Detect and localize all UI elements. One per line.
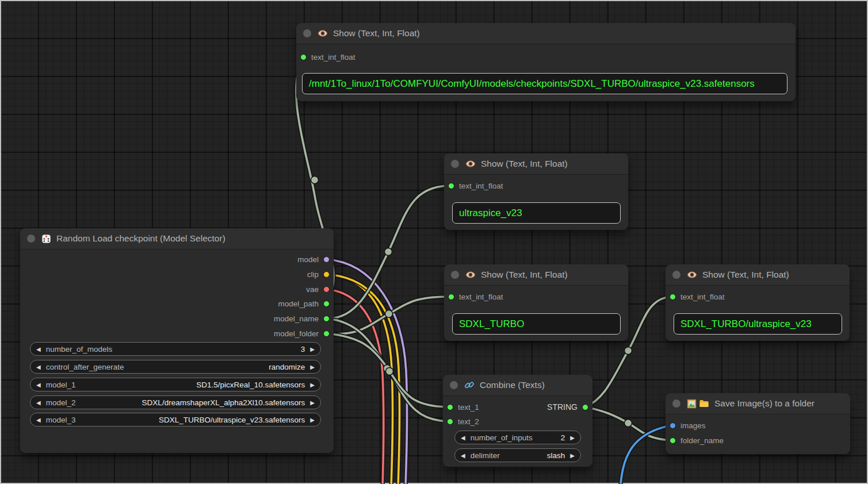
left-arrow-icon[interactable]: ◀ <box>36 400 41 406</box>
collapse-dot[interactable] <box>303 29 311 37</box>
widget-value: randomize <box>269 363 305 371</box>
right-arrow-icon[interactable]: ▶ <box>310 364 315 370</box>
right-arrow-icon[interactable]: ▶ <box>310 400 315 406</box>
output-dot[interactable] <box>323 331 330 337</box>
input-label: folder_name <box>680 436 724 445</box>
input-dot[interactable] <box>670 422 676 429</box>
link-images <box>620 425 671 484</box>
node-title: Show (Text, Int, Float) <box>333 28 420 39</box>
node-random-loader-titlebar[interactable]: Random Load checkpoint (Model Selector) <box>20 228 334 249</box>
link-midpoint-dot[interactable] <box>625 347 632 355</box>
link-midpoint-dot[interactable] <box>385 248 392 256</box>
output-port-vae: vae <box>306 283 330 295</box>
input-dot[interactable] <box>448 294 454 300</box>
node-combine-titlebar[interactable]: Combine (Texts) <box>443 375 592 396</box>
left-arrow-icon[interactable]: ◀ <box>36 382 41 388</box>
widget-value: SD1.5/picxReal_10.safetensors <box>196 381 305 389</box>
widget-number-of-inputs[interactable]: ◀ number_of_inputs 2 ▶ <box>454 431 581 444</box>
node-show-path[interactable]: Show (Text, Int, Float) text_int_float /… <box>296 23 796 101</box>
node-title: Save Image(s) to a folder <box>714 398 815 409</box>
node-random-loader[interactable]: Random Load checkpoint (Model Selector) … <box>20 228 334 453</box>
collapse-dot[interactable] <box>451 160 459 168</box>
widget-value: 2 <box>561 433 565 442</box>
dice-icon <box>41 234 51 244</box>
widget-delimiter[interactable]: ◀ delimiter slash ▶ <box>454 448 581 462</box>
chain-link-icon <box>464 380 475 390</box>
widget-control-after-generate[interactable]: ◀ control_after_generate randomize ▶ <box>30 360 321 374</box>
node-graph-canvas[interactable]: Show (Text, Int, Float) text_int_float /… <box>0 0 868 484</box>
link-midpoint-dot[interactable] <box>311 176 319 184</box>
widget-label: number_of_models <box>46 345 113 354</box>
input-dot[interactable] <box>300 54 307 60</box>
show-value-box[interactable]: ultraspice_v23 <box>452 202 621 224</box>
link-midpoint-dot[interactable] <box>625 420 632 427</box>
input-dot[interactable] <box>447 404 453 410</box>
output-port-model: model <box>297 253 330 265</box>
node-show-name[interactable]: Show (Text, Int, Float) text_int_float u… <box>444 153 628 230</box>
collapse-dot[interactable] <box>27 235 35 243</box>
right-arrow-icon[interactable]: ▶ <box>310 346 315 352</box>
left-arrow-icon[interactable]: ◀ <box>461 435 465 441</box>
widget-label: model_3 <box>46 416 76 424</box>
output-label: model <box>297 255 319 264</box>
output-dot[interactable] <box>323 271 330 278</box>
widget-label: control_after_generate <box>46 363 124 371</box>
output-label: model_folder <box>274 329 319 338</box>
output-dot[interactable] <box>323 316 330 322</box>
node-show-name-titlebar[interactable]: Show (Text, Int, Float) <box>444 153 628 175</box>
input-dot[interactable] <box>448 183 454 189</box>
node-show-folder-titlebar[interactable]: Show (Text, Int, Float) <box>444 264 628 286</box>
left-arrow-icon[interactable]: ◀ <box>36 346 41 352</box>
node-show-combined[interactable]: Show (Text, Int, Float) text_int_float S… <box>666 264 850 341</box>
output-label: model_name <box>274 314 319 323</box>
input-dot[interactable] <box>670 294 676 300</box>
output-label: vae <box>306 285 319 294</box>
node-show-path-titlebar[interactable]: Show (Text, Int, Float) <box>296 23 796 44</box>
input-port-text-int-float: text_int_float <box>448 180 503 191</box>
collapse-dot[interactable] <box>450 381 458 389</box>
right-arrow-icon[interactable]: ▶ <box>310 417 315 423</box>
input-dot[interactable] <box>447 418 453 425</box>
output-dot[interactable] <box>323 256 330 263</box>
right-arrow-icon[interactable]: ▶ <box>570 452 575 459</box>
node-save-image[interactable]: Save Image(s) to a folder images folder_… <box>666 393 850 454</box>
folder-icon <box>699 398 709 409</box>
left-arrow-icon[interactable]: ◀ <box>461 452 465 459</box>
show-value-box[interactable]: SDXL_TURBO <box>452 313 621 335</box>
input-port-text-int-float: text_int_float <box>448 291 503 302</box>
right-arrow-icon[interactable]: ▶ <box>570 435 575 441</box>
collapse-dot[interactable] <box>672 271 680 279</box>
show-value-box[interactable]: SDXL_TURBO/ultraspice_v23 <box>674 313 842 335</box>
collapse-dot[interactable] <box>451 271 459 279</box>
output-dot[interactable] <box>323 286 330 293</box>
framed-picture-icon <box>687 399 697 409</box>
eye-icon <box>465 270 476 280</box>
output-dot[interactable] <box>582 404 588 410</box>
input-label: text_2 <box>458 417 479 426</box>
output-port-model-path: model_path <box>278 298 330 309</box>
node-show-combined-titlebar[interactable]: Show (Text, Int, Float) <box>666 264 850 286</box>
input-port-text-int-float: text_int_float <box>670 291 725 302</box>
widget-value: 3 <box>301 345 305 354</box>
widget-model-1[interactable]: ◀ model_1 SD1.5/picxReal_10.safetensors … <box>30 378 321 391</box>
node-title: Show (Text, Int, Float) <box>481 270 568 280</box>
output-dot[interactable] <box>323 301 330 307</box>
input-port-folder-name: folder_name <box>670 435 724 446</box>
input-port-text-2: text_2 <box>447 416 479 427</box>
widget-model-2[interactable]: ◀ model_2 SDXL/dreamshaperXL_alpha2Xl10.… <box>30 395 321 409</box>
right-arrow-icon[interactable]: ▶ <box>310 382 315 388</box>
collapse-dot[interactable] <box>672 400 680 408</box>
input-label: text_int_float <box>680 293 725 301</box>
widget-number-of-models[interactable]: ◀ number_of_models 3 ▶ <box>30 342 321 356</box>
show-value-box[interactable]: /mnt/1To_linux/1To/COMFYUI/ComfyUI/model… <box>302 73 787 94</box>
link-midpoint-dot[interactable] <box>385 310 393 318</box>
node-show-folder[interactable]: Show (Text, Int, Float) text_int_float S… <box>444 264 628 341</box>
left-arrow-icon[interactable]: ◀ <box>36 417 41 423</box>
input-dot[interactable] <box>670 437 676 444</box>
widget-model-3[interactable]: ◀ model_3 SDXL_TURBO/ultraspice_v23.safe… <box>30 413 321 427</box>
node-save-image-titlebar[interactable]: Save Image(s) to a folder <box>666 393 850 414</box>
node-combine[interactable]: Combine (Texts) text_1 text_2 STRING ◀ n… <box>443 375 592 467</box>
left-arrow-icon[interactable]: ◀ <box>36 364 41 370</box>
widget-label: model_2 <box>46 398 76 407</box>
link-midpoint-dot[interactable] <box>386 368 393 375</box>
